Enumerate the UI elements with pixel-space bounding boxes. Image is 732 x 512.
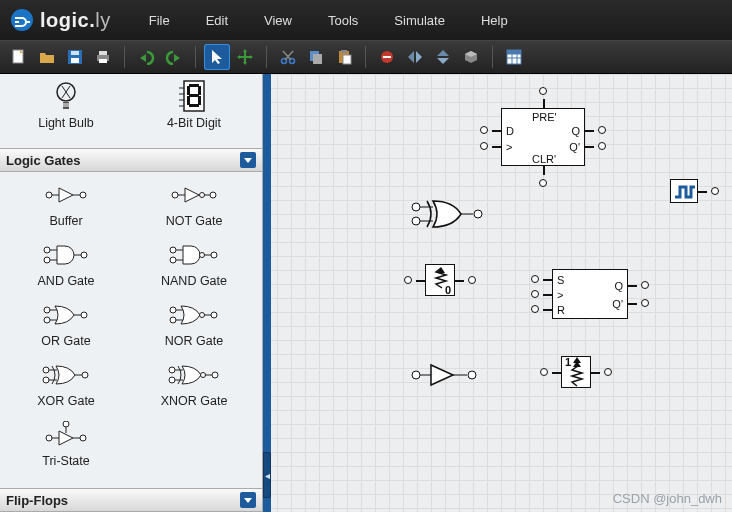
open-file-button[interactable] [34,44,60,70]
pointer-tool-button[interactable] [204,44,230,70]
nand-gate-icon [169,243,219,267]
pull-resistor-1[interactable]: 1 [561,356,591,388]
svg-point-78 [200,253,205,258]
print-button[interactable] [90,44,116,70]
logo-icon [10,8,34,32]
item-label: Buffer [49,214,82,228]
resistor-label: 0 [445,284,451,296]
toolbar-separator [365,46,366,68]
svg-point-122 [412,371,420,379]
item-label: XNOR Gate [161,394,228,408]
pull-resistor-0[interactable]: 0 [425,264,455,296]
buffer-instance[interactable] [411,362,481,392]
svg-point-68 [44,247,50,253]
save-button[interactable] [62,44,88,70]
svg-marker-30 [437,50,449,56]
svg-point-80 [211,252,217,258]
comp-or-gate[interactable]: OR Gate [2,296,130,356]
menu-bar: logic.ly File Edit View Tools Simulate H… [0,0,732,40]
comp-tri-state[interactable]: Tri-State [2,416,130,476]
menu-edit[interactable]: Edit [188,13,246,28]
flip-v-button[interactable] [430,44,456,70]
svg-marker-16 [250,55,253,59]
item-label: Light Bulb [38,116,94,130]
redo-button[interactable] [161,44,187,70]
svg-point-74 [170,247,176,253]
comp-nor-gate[interactable]: NOR Gate [130,296,258,356]
comp-4bit-digit[interactable]: 4-Bit Digit [130,78,258,138]
menu-file[interactable]: File [131,13,188,28]
pan-tool-button[interactable] [232,44,258,70]
menu-view[interactable]: View [246,13,310,28]
svg-point-61 [80,192,86,198]
menu-tools[interactable]: Tools [310,13,376,28]
svg-point-100 [169,367,175,373]
svg-point-126 [468,371,476,379]
flip-h-button[interactable] [402,44,428,70]
svg-rect-45 [189,84,199,87]
item-label: AND Gate [38,274,95,288]
menu-help[interactable]: Help [463,13,526,28]
category-header-flip-flops[interactable]: Flip-Flops [0,488,262,512]
clock-source[interactable] [670,179,698,203]
toolbar-separator [195,46,196,68]
canvas[interactable]: PRE' D > CLR' Q Q' [263,74,732,512]
svg-point-67 [210,192,216,198]
table-button[interactable] [501,44,527,70]
svg-point-95 [43,377,49,383]
svg-point-87 [170,307,176,313]
d-flip-flop[interactable]: PRE' D > CLR' Q Q' [501,108,585,166]
svg-marker-64 [185,188,199,202]
paste-button[interactable] [331,44,357,70]
svg-rect-22 [313,54,322,64]
svg-rect-24 [341,50,347,53]
svg-point-101 [169,377,175,383]
svg-rect-46 [189,94,199,97]
module-button[interactable] [458,44,484,70]
svg-point-120 [474,210,482,218]
svg-marker-56 [244,158,252,163]
xor-gate-instance[interactable] [411,198,489,234]
svg-rect-48 [187,86,190,95]
collapse-icon [240,492,256,508]
light-bulb-icon [54,80,78,114]
clock-icon [671,180,699,204]
xor-gate-icon [42,363,90,387]
menu-simulate[interactable]: Simulate [376,13,463,28]
svg-rect-50 [187,96,190,105]
sr-flip-flop[interactable]: S > R Q Q' [552,269,628,319]
toolbar-separator [266,46,267,68]
component-sidebar: Light Bulb 4-Bit Digit Logic Gates Buffe… [0,74,263,512]
svg-rect-8 [99,51,107,55]
cut-button[interactable] [275,44,301,70]
svg-point-116 [412,217,420,225]
comp-and-gate[interactable]: AND Gate [2,236,130,296]
svg-marker-13 [243,49,247,52]
item-label: NAND Gate [161,274,227,288]
svg-rect-27 [383,56,391,58]
svg-point-93 [211,312,217,318]
undo-button[interactable] [133,44,159,70]
category-header-logic-gates[interactable]: Logic Gates [0,148,262,172]
and-gate-icon [43,243,89,267]
copy-button[interactable] [303,44,329,70]
comp-not-gate[interactable]: NOT Gate [130,176,258,236]
sidebar-collapse-handle[interactable] [263,452,271,498]
comp-xnor-gate[interactable]: XNOR Gate [130,356,258,416]
delete-button[interactable] [374,44,400,70]
nor-gate-icon [169,303,219,327]
svg-point-82 [44,317,50,323]
comp-light-bulb[interactable]: Light Bulb [2,78,130,138]
clock-mark: > [557,289,563,301]
svg-marker-14 [243,62,247,65]
watermark: CSDN @john_dwh [613,491,722,506]
tri-state-icon [45,421,87,449]
new-file-button[interactable] [6,44,32,70]
app-logo: logic.ly [0,8,131,32]
svg-marker-12 [212,50,222,64]
comp-nand-gate[interactable]: NAND Gate [130,236,258,296]
svg-point-88 [170,317,176,323]
svg-marker-124 [431,365,453,385]
comp-xor-gate[interactable]: XOR Gate [2,356,130,416]
comp-buffer[interactable]: Buffer [2,176,130,236]
